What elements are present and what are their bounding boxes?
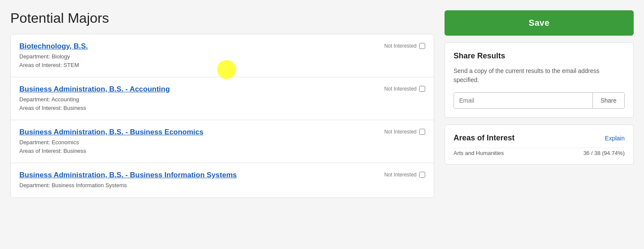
save-button[interactable]: Save (445, 10, 634, 36)
major-areas: Areas of Interest: Business (19, 104, 377, 112)
not-interested-label[interactable]: Not Interested (384, 172, 425, 178)
explain-link[interactable]: Explain (605, 135, 625, 142)
major-name-link[interactable]: Business Administration, B.S. - Accounti… (19, 85, 170, 94)
major-list: Biotechnology, B.S. Department: Biology … (10, 34, 434, 198)
not-interested-text: Not Interested (384, 86, 417, 92)
left-column: Potential Majors Biotechnology, B.S. Dep… (10, 10, 434, 239)
email-input[interactable] (454, 93, 592, 108)
major-dept: Department: Accounting (19, 95, 377, 104)
major-item: Biotechnology, B.S. Department: Biology … (11, 34, 434, 77)
share-email-button[interactable]: Share (592, 93, 624, 108)
not-interested-checkbox[interactable] (419, 86, 425, 92)
major-dept: Department: Biology (19, 52, 377, 61)
not-interested-text: Not Interested (384, 129, 417, 135)
not-interested-text: Not Interested (384, 172, 417, 178)
major-dept: Department: Business Information Systems (19, 181, 377, 190)
not-interested-checkbox[interactable] (419, 43, 425, 49)
share-results-title: Share Results (454, 52, 625, 61)
not-interested-label[interactable]: Not Interested (384, 86, 425, 92)
areas-of-interest-title: Areas of Interest (454, 134, 515, 143)
major-item: Business Administration, B.S. - Accounti… (11, 77, 434, 120)
major-areas: Areas of Interest: STEM (19, 61, 377, 70)
area-value: 36 / 38 (94.74%) (583, 150, 625, 156)
major-info: Business Administration, B.S. - Business… (19, 171, 377, 190)
major-item: Business Administration, B.S. - Business… (11, 163, 434, 197)
area-label: Arts and Humanities (454, 150, 504, 156)
not-interested-label[interactable]: Not Interested (384, 43, 425, 49)
not-interested-text: Not Interested (384, 43, 417, 49)
page-container: Potential Majors Biotechnology, B.S. Dep… (0, 0, 644, 249)
areas-row: Arts and Humanities 36 / 38 (94.74%) (454, 148, 625, 158)
page-title: Potential Majors (10, 10, 434, 26)
major-name-link[interactable]: Business Administration, B.S. - Business… (19, 128, 203, 137)
share-results-description: Send a copy of the current results to th… (454, 67, 625, 85)
not-interested-label[interactable]: Not Interested (384, 129, 425, 135)
major-dept: Department: Economics (19, 138, 377, 147)
areas-header: Areas of Interest Explain (454, 134, 625, 143)
not-interested-checkbox[interactable] (419, 129, 425, 135)
major-info: Business Administration, B.S. - Accounti… (19, 85, 377, 112)
right-column: Save Share Results Send a copy of the cu… (445, 10, 634, 239)
areas-of-interest-panel: Areas of Interest Explain Arts and Human… (445, 125, 634, 164)
major-name-link[interactable]: Biotechnology, B.S. (19, 42, 88, 51)
not-interested-checkbox[interactable] (419, 172, 425, 178)
major-name-link[interactable]: Business Administration, B.S. - Business… (19, 171, 237, 179)
major-info: Business Administration, B.S. - Business… (19, 128, 377, 155)
major-areas: Areas of Interest: Business (19, 147, 377, 155)
major-item: Business Administration, B.S. - Business… (11, 120, 434, 163)
share-results-panel: Share Results Send a copy of the current… (445, 43, 634, 118)
email-row: Share (454, 92, 625, 109)
major-info: Biotechnology, B.S. Department: Biology … (19, 42, 377, 69)
